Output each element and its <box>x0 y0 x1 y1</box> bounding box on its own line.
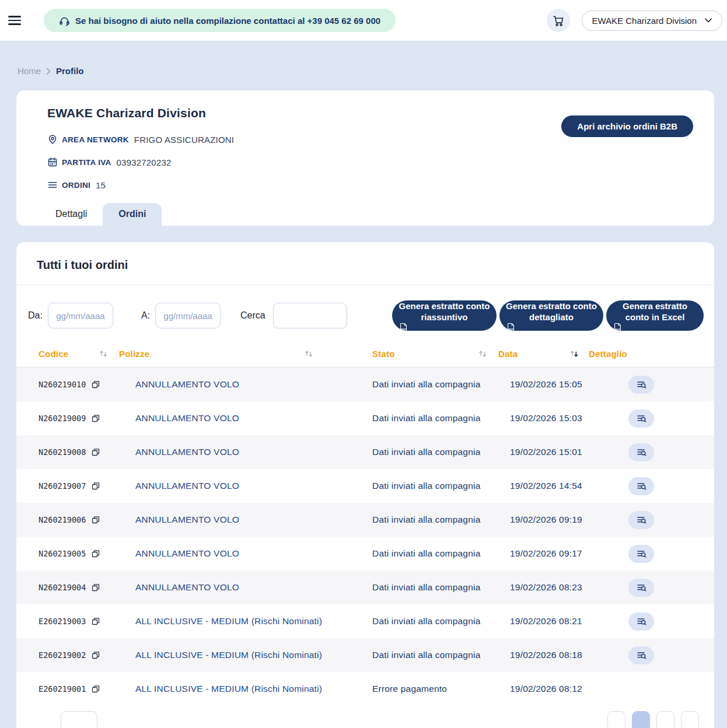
policy-link[interactable]: ANNULLAMENTO VOLO <box>135 379 239 389</box>
order-detail-button[interactable] <box>628 612 654 631</box>
date-from-input[interactable] <box>48 303 113 328</box>
pagination-prev-button[interactable] <box>607 711 625 728</box>
copy-icon[interactable] <box>92 448 100 456</box>
order-detail-button[interactable] <box>628 410 654 428</box>
breadcrumb-home-link[interactable]: Home <box>18 66 41 76</box>
svg-text:XLS: XLS <box>615 328 620 331</box>
policy-link[interactable]: ANNULLAMENTO VOLO <box>135 514 239 524</box>
sort-icon <box>478 349 488 359</box>
table-row: N260219006 ANNULLAMENTO VOLO Dati inviat… <box>16 503 714 537</box>
order-status: Dati inviati alla compagnia <box>372 447 498 457</box>
pagination-page-button[interactable] <box>656 711 674 728</box>
table-row: E260219001 ALL INCLUSIVE - MEDIUM (Risch… <box>16 672 714 706</box>
policy-link[interactable]: ANNULLAMENTO VOLO <box>135 548 239 558</box>
field-label: PARTITA IVA <box>62 158 111 167</box>
order-date: 19/02/2026 08:23 <box>498 582 589 593</box>
copy-icon[interactable] <box>92 685 100 693</box>
order-detail-button[interactable] <box>628 376 654 394</box>
headset-icon <box>59 15 70 26</box>
order-date: 19/02/2026 09:17 <box>498 548 589 559</box>
page: Se hai bisogno di aiuto nella compilazio… <box>0 0 727 728</box>
order-status: Errore pagamento <box>372 684 498 694</box>
breadcrumb: Home Profilo <box>18 66 727 76</box>
profile-field-partita-iva: PARTITA IVA 03932720232 <box>47 157 234 167</box>
policy-link[interactable]: ALL INCLUSIVE - MEDIUM (Rischi Nominati) <box>135 650 322 660</box>
table-row: E260219003 ALL INCLUSIVE - MEDIUM (Risch… <box>16 604 714 638</box>
profile-field-area-network: AREA NETWORK FRIGO ASSICURAZIONI <box>47 134 234 145</box>
copy-icon[interactable] <box>92 550 100 558</box>
tab-dettagli[interactable]: Dettagli <box>40 203 103 226</box>
policy-link[interactable]: ALL INCLUSIVE - MEDIUM (Rischi Nominati) <box>135 684 322 694</box>
copy-icon[interactable] <box>92 617 100 625</box>
help-banner-text: Se hai bisogno di aiuto nella compilazio… <box>75 16 380 26</box>
list-icon <box>47 180 58 190</box>
pagination-next-button[interactable] <box>681 711 699 728</box>
table-row: N260219005 ANNULLAMENTO VOLO Dati inviat… <box>16 537 714 570</box>
order-date: 19/02/2026 15:01 <box>498 447 589 457</box>
profile-tabs: Dettagli Ordini <box>16 203 714 226</box>
hamburger-menu-icon[interactable] <box>8 10 28 30</box>
copy-icon[interactable] <box>92 380 100 388</box>
policy-link[interactable]: ANNULLAMENTO VOLO <box>135 447 239 457</box>
order-code: N260219004 <box>39 583 86 592</box>
order-status: Dati inviati alla compagnia <box>372 413 498 424</box>
generate-excel-statement-button[interactable]: Genera estratto conto in Excel XLS <box>606 300 704 331</box>
column-header-data[interactable]: Data <box>498 349 589 359</box>
cart-button[interactable] <box>547 9 570 32</box>
order-detail-button[interactable] <box>628 477 654 495</box>
column-header-codice[interactable]: Codice <box>39 349 119 359</box>
pagination-page-button-active[interactable] <box>632 711 650 728</box>
sort-icon-active-desc <box>569 349 579 359</box>
location-pin-icon <box>47 134 58 145</box>
order-date: 19/02/2026 15:05 <box>498 379 589 390</box>
copy-icon[interactable] <box>92 583 100 592</box>
cart-icon <box>552 14 565 27</box>
policy-link[interactable]: ANNULLAMENTO VOLO <box>135 481 239 491</box>
date-to-input[interactable] <box>155 303 221 328</box>
policy-link[interactable]: ALL INCLUSIVE - MEDIUM (Rischi Nominati) <box>135 616 322 626</box>
tab-ordini[interactable]: Ordini <box>103 203 162 226</box>
open-b2b-archive-button[interactable]: Apri archivio ordini B2B <box>561 116 693 137</box>
table-row: N260219008 ANNULLAMENTO VOLO Dati inviat… <box>16 435 714 469</box>
search-input[interactable] <box>273 303 347 328</box>
order-date: 19/02/2026 14:54 <box>498 481 589 491</box>
order-detail-button[interactable] <box>628 579 654 597</box>
order-detail-button[interactable] <box>628 545 654 563</box>
order-detail-button[interactable] <box>628 443 654 461</box>
policy-link[interactable]: ANNULLAMENTO VOLO <box>135 582 239 592</box>
sort-icon <box>99 349 109 359</box>
order-status: Dati inviati alla compagnia <box>372 379 498 390</box>
table-header: Codice Polizze Stato <box>16 340 714 368</box>
order-date: 19/02/2026 08:12 <box>498 684 589 694</box>
list-search-icon <box>636 582 646 593</box>
column-header-polizze[interactable]: Polizze <box>119 349 372 359</box>
pdf-file-icon: PDF <box>506 323 515 332</box>
profile-card: EWAKE Charizard Division AREA NETWORK FR… <box>16 90 714 226</box>
field-value: 15 <box>96 180 106 190</box>
svg-text:PDF: PDF <box>508 328 513 331</box>
field-value: FRIGO ASSICURAZIONI <box>134 135 234 145</box>
order-detail-button[interactable] <box>628 646 654 664</box>
column-header-stato[interactable]: Stato <box>372 349 498 359</box>
generate-detailed-statement-button[interactable]: Genera estratto conto dettagliato PDF <box>499 300 603 331</box>
order-detail-button[interactable] <box>628 511 654 529</box>
chevron-right-icon <box>46 68 51 75</box>
copy-icon[interactable] <box>92 482 100 490</box>
generate-summary-statement-button[interactable]: Genera estratto conto riassuntivo PDF <box>392 300 497 331</box>
page-size-selector[interactable] <box>61 711 97 728</box>
orders-filters: Da: A: Cerca Genera estratto conto riass… <box>16 285 714 340</box>
account-selector[interactable]: EWAKE Charizard Division <box>582 10 723 31</box>
list-search-icon <box>636 481 646 491</box>
chevron-down-icon <box>705 18 712 23</box>
copy-icon[interactable] <box>92 651 100 659</box>
copy-icon[interactable] <box>92 516 100 524</box>
order-status: Dati inviati alla compagnia <box>372 616 498 626</box>
field-value: 03932720232 <box>117 158 172 167</box>
orders-title: Tutti i tuoi ordini <box>16 242 714 285</box>
svg-text:PDF: PDF <box>401 328 406 331</box>
order-date: 19/02/2026 08:21 <box>498 616 589 626</box>
date-from-label: Da: <box>28 310 43 321</box>
order-status: Dati inviati alla compagnia <box>372 650 498 660</box>
policy-link[interactable]: ANNULLAMENTO VOLO <box>135 413 239 423</box>
copy-icon[interactable] <box>92 414 100 422</box>
